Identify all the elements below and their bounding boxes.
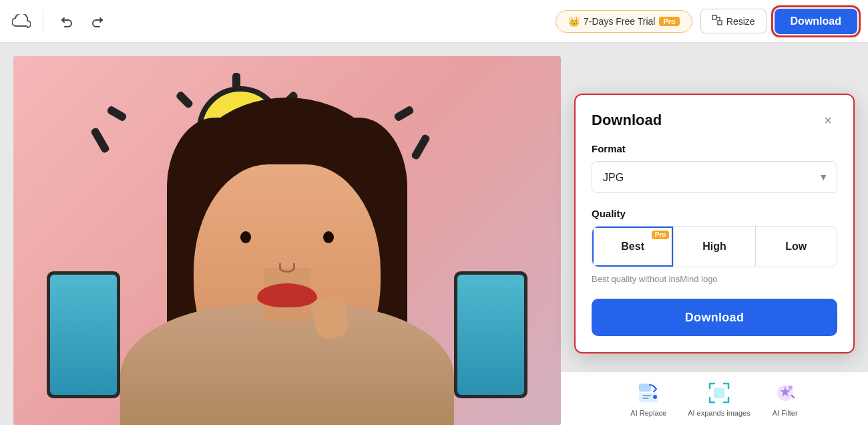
panel-title: Download <box>592 112 662 129</box>
redo-button[interactable] <box>86 9 110 33</box>
tablet-left <box>47 271 120 398</box>
main-canvas-image <box>13 56 561 425</box>
undo-button[interactable] <box>54 9 78 33</box>
svg-rect-0 <box>712 15 716 19</box>
format-select-container: JPG PNG WEBP ▼ <box>592 161 837 193</box>
resize-icon <box>712 15 722 27</box>
toolbar: 👑 7-Days Free Trial Pro Resize Download <box>0 0 868 43</box>
trial-button[interactable]: 👑 7-Days Free Trial Pro <box>556 10 692 33</box>
svg-rect-1 <box>718 21 722 25</box>
download-button[interactable]: Download <box>592 299 837 336</box>
ai-expands-icon <box>706 380 732 406</box>
canvas-area: Download × Format JPG PNG WEBP ▼ Quality… <box>0 43 868 425</box>
ai-replace-icon <box>635 380 662 406</box>
download-header-button[interactable]: Download <box>775 9 857 34</box>
tool-ai-replace[interactable]: AI Replace <box>630 380 666 418</box>
quality-best-label: Best <box>621 241 644 252</box>
cloud-icon <box>11 11 32 32</box>
quality-high-button[interactable]: High <box>674 227 755 267</box>
dash-decoration <box>90 127 110 154</box>
toolbar-left <box>11 9 556 33</box>
person-image <box>120 98 454 425</box>
tablet-right <box>454 271 527 398</box>
close-button[interactable]: × <box>819 111 837 130</box>
quality-best-button[interactable]: Pro Best <box>592 227 674 267</box>
canvas-background <box>13 56 561 425</box>
quality-low-button[interactable]: Low <box>756 227 837 267</box>
quality-low-label: Low <box>785 241 807 252</box>
ai-filter-label: AI Filter <box>773 409 798 418</box>
format-section: Format JPG PNG WEBP ▼ <box>592 143 837 193</box>
quality-section: Quality Pro Best High Low Best quality w… <box>592 208 837 284</box>
panel-header: Download × <box>592 111 837 130</box>
pro-badge: Pro <box>659 17 679 26</box>
toolbar-divider <box>43 9 43 33</box>
pro-badge: Pro <box>652 231 670 239</box>
tool-ai-filter[interactable]: AI Filter <box>772 380 799 418</box>
ai-expands-label: AI expands images <box>688 409 750 418</box>
toolbar-right: 👑 7-Days Free Trial Pro Resize Download <box>556 9 857 34</box>
svg-rect-5 <box>714 388 724 398</box>
crown-icon: 👑 <box>568 16 580 27</box>
svg-point-4 <box>653 395 657 399</box>
quality-label: Quality <box>592 208 837 219</box>
ai-replace-label: AI Replace <box>630 409 666 418</box>
format-select[interactable]: JPG PNG WEBP <box>592 161 837 193</box>
svg-point-7 <box>789 386 793 390</box>
bottom-toolbar: AI Replace AI expands images <box>561 372 868 425</box>
resize-button[interactable]: Resize <box>700 9 767 33</box>
ai-filter-icon <box>772 380 799 406</box>
resize-label: Resize <box>726 16 755 27</box>
format-label: Format <box>592 143 837 154</box>
quality-hint: Best quality without insMind logo <box>592 274 837 284</box>
download-panel: Download × Format JPG PNG WEBP ▼ Quality… <box>574 94 855 353</box>
trial-text: 7-Days Free Trial <box>584 16 655 27</box>
quality-high-label: High <box>702 241 726 252</box>
quality-button-group: Pro Best High Low <box>592 226 837 267</box>
tool-ai-expands[interactable]: AI expands images <box>688 380 750 418</box>
